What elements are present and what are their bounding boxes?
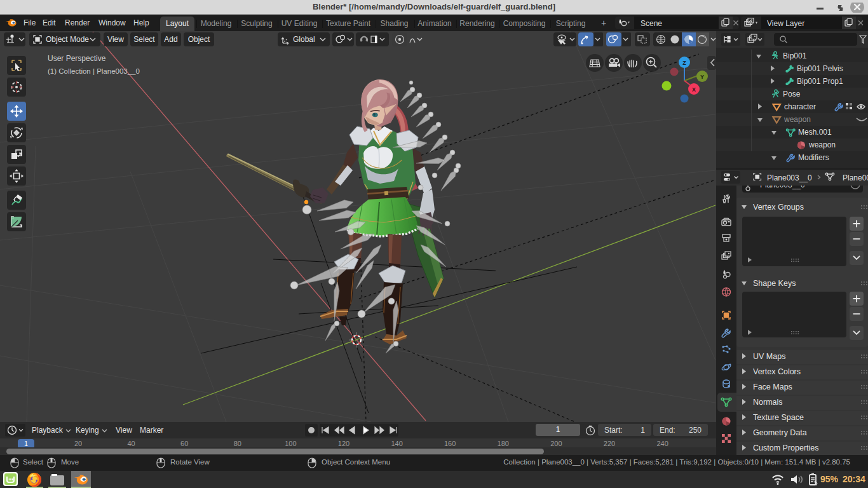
svg-text:View Layer: View Layer bbox=[767, 19, 804, 28]
svg-text:X: X bbox=[692, 86, 696, 93]
svg-text:Y: Y bbox=[700, 74, 704, 80]
svg-text:Scene: Scene bbox=[641, 19, 662, 28]
svg-text:Z: Z bbox=[682, 60, 686, 66]
